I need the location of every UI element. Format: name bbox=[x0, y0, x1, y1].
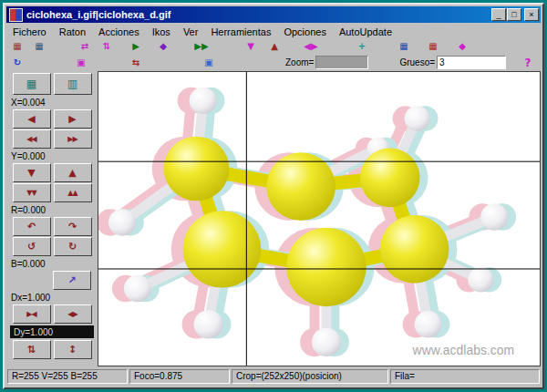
rotate-cw-fast-button[interactable]: ↻ bbox=[54, 237, 92, 256]
dy-value-label: Dy=1.000 bbox=[10, 325, 94, 338]
status-foco: Foco=0.875 bbox=[129, 369, 230, 384]
grueso-input[interactable] bbox=[437, 56, 506, 69]
molecule-render bbox=[98, 88, 516, 356]
blue-grid-icon[interactable]: ▦ bbox=[395, 40, 413, 54]
dx-grow-button[interactable]: ◀▶ bbox=[54, 304, 92, 324]
play-icon[interactable]: ▶ bbox=[127, 40, 145, 54]
fast-forward-icon[interactable]: ▶▶ bbox=[192, 40, 211, 54]
stereo-right-view-button[interactable]: ▥ bbox=[54, 73, 92, 95]
app-window: ciclohexa_i.gif|ciclohexa_d.gif _ □ × Fi… bbox=[3, 3, 544, 389]
move-left-fast-button[interactable]: ◀◀ bbox=[13, 129, 51, 149]
toolbar-secondary-icons: ↻▣⇆▣ bbox=[6, 56, 218, 69]
refresh-icon[interactable]: ↻ bbox=[8, 56, 26, 69]
menu-opciones[interactable]: Opciones bbox=[277, 26, 332, 38]
status-fila: Fila= bbox=[390, 369, 540, 384]
r-value-label: R=0.000 bbox=[6, 203, 98, 216]
move-right-button[interactable]: ▶ bbox=[54, 109, 92, 129]
open-left-image-icon[interactable]: ▦ bbox=[8, 40, 26, 54]
main-area: ▦▥ X=0.004 ◀ ▶ ◀◀ ▶▶ Y=0.000 ▼ ▲ ▼▼ ▲▲ R… bbox=[6, 71, 541, 366]
menu-ver[interactable]: Ver bbox=[177, 26, 205, 38]
b-value-label: B=0.000 bbox=[6, 257, 98, 270]
watermark: www.acdlabs.com bbox=[412, 343, 514, 357]
move-left-button[interactable]: ◀ bbox=[13, 109, 51, 129]
dx-value-label: Dx=1.000 bbox=[6, 291, 98, 304]
toolbar-main: ▦▦⇄⇅▶◆▶▶▼▲◀▶+▦▦◆ bbox=[6, 39, 541, 54]
b-adjust-button[interactable]: ↗ bbox=[53, 271, 91, 290]
magenta-leftright-icon[interactable]: ◀▶ bbox=[302, 40, 320, 54]
maximize-button[interactable]: □ bbox=[507, 8, 521, 21]
move-down-button[interactable]: ▼ bbox=[13, 163, 51, 182]
zoom-label: Zoom= bbox=[285, 57, 314, 67]
menu-autoupdate[interactable]: AutoUpdate bbox=[333, 26, 398, 38]
zoom-input[interactable] bbox=[315, 56, 368, 69]
window-title: ciclohexa_i.gif|ciclohexa_d.gif bbox=[26, 9, 490, 20]
status-crop: Crop=(252x250)(posicion) bbox=[232, 369, 388, 384]
grueso-label: Grueso= bbox=[399, 57, 435, 67]
dy-shrink-button[interactable]: ⇅ bbox=[13, 340, 51, 359]
move-down-fast-button[interactable]: ▼▼ bbox=[13, 183, 51, 202]
magenta-diamond-icon[interactable]: ◆ bbox=[453, 40, 471, 54]
move-up-fast-button[interactable]: ▲▲ bbox=[54, 183, 92, 202]
menu-fichero[interactable]: Fichero bbox=[6, 26, 53, 38]
swap-images-icon[interactable]: ⇄ bbox=[76, 40, 94, 54]
stereo-canvas[interactable]: www.acdlabs.com bbox=[98, 71, 541, 366]
status-bar: R=255 V=255 B=255 Foco=0.875 Crop=(252x2… bbox=[6, 366, 541, 386]
desktop: { "window": { "title": "ciclohexa_i.gif|… bbox=[0, 0, 547, 392]
rotate-cw-button[interactable]: ↷ bbox=[54, 217, 92, 236]
x-value-label: X=0.004 bbox=[6, 96, 98, 108]
control-panel: ▦▥ X=0.004 ◀ ▶ ◀◀ ▶▶ Y=0.000 ▼ ▲ ▼▼ ▲▲ R… bbox=[6, 71, 98, 366]
menu-raton[interactable]: Raton bbox=[53, 26, 92, 38]
dy-grow-button[interactable]: ↕ bbox=[54, 340, 92, 359]
status-rgb: R=255 V=255 B=255 bbox=[7, 369, 128, 384]
rotate-ccw-button[interactable]: ↶ bbox=[13, 217, 51, 236]
red-grid-icon[interactable]: ▦ bbox=[424, 40, 442, 54]
app-icon bbox=[9, 8, 23, 22]
compare-icon[interactable]: ⇆ bbox=[127, 56, 145, 69]
toolbar-secondary: ↻▣⇆▣ Zoom= Grueso= ? bbox=[6, 55, 541, 70]
menu-ikos[interactable]: Ikos bbox=[146, 26, 177, 38]
help-button[interactable]: ? bbox=[519, 56, 537, 69]
y-value-label: Y=0.000 bbox=[6, 150, 98, 162]
magenta-box-icon[interactable]: ▣ bbox=[72, 56, 90, 69]
menu-herramientas[interactable]: Herramientas bbox=[204, 26, 277, 38]
move-right-fast-button[interactable]: ▶▶ bbox=[54, 129, 92, 149]
close-button[interactable]: × bbox=[524, 8, 539, 21]
open-right-image-icon[interactable]: ▦ bbox=[30, 40, 48, 54]
stereo-left-view-button[interactable]: ▦ bbox=[13, 73, 51, 95]
menu-acciones[interactable]: Acciones bbox=[92, 26, 146, 38]
center-cross-icon[interactable]: + bbox=[353, 40, 371, 54]
dark-red-up-icon[interactable]: ▲ bbox=[265, 40, 284, 54]
menu-bar: FicheroRatonAccionesIkosVerHerramientasO… bbox=[6, 25, 541, 38]
minimize-button[interactable]: _ bbox=[491, 8, 506, 21]
flip-images-icon[interactable]: ⇅ bbox=[98, 40, 116, 54]
magenta-down-icon[interactable]: ▼ bbox=[242, 40, 260, 54]
view-toggle-row: ▦▥ bbox=[6, 73, 98, 95]
monitor-icon[interactable]: ▣ bbox=[200, 56, 218, 69]
move-up-button[interactable]: ▲ bbox=[54, 163, 92, 182]
title-bar[interactable]: ciclohexa_i.gif|ciclohexa_d.gif _ □ × bbox=[6, 6, 541, 23]
dx-shrink-button[interactable]: ▶◀ bbox=[13, 304, 51, 324]
diamond-icon[interactable]: ◆ bbox=[154, 40, 172, 54]
rotate-ccw-fast-button[interactable]: ↺ bbox=[13, 237, 51, 256]
